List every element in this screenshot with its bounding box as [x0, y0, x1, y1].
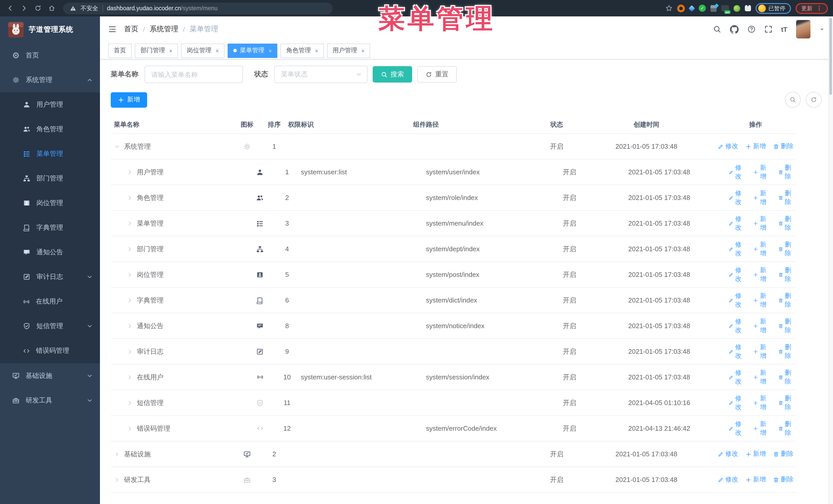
row-action-delete[interactable]: 删除	[773, 475, 793, 484]
caret-right-icon[interactable]	[127, 425, 133, 431]
caret-right-icon[interactable]	[127, 271, 133, 278]
breadcrumb-item[interactable]: 首页	[124, 25, 138, 34]
sidebar-item-12[interactable]: 错误码管理	[0, 338, 100, 363]
avatar[interactable]	[796, 20, 810, 39]
row-action-add[interactable]: 新增	[753, 163, 771, 181]
close-icon[interactable]: ×	[315, 47, 318, 54]
caret-right-icon[interactable]	[114, 451, 120, 457]
row-action-edit[interactable]: 修改	[729, 394, 746, 411]
toggle-search-button[interactable]	[785, 92, 801, 108]
scrollbar-thumb[interactable]	[829, 18, 832, 95]
tab-0[interactable]: 首页	[108, 43, 132, 58]
row-action-add[interactable]: 新增	[753, 189, 771, 207]
reload-icon[interactable]	[33, 3, 43, 13]
menu-name-input[interactable]	[145, 66, 243, 83]
row-action-delete[interactable]: 删除	[778, 189, 795, 207]
status-select[interactable]: 菜单状态	[274, 66, 367, 83]
github-icon[interactable]	[730, 25, 738, 33]
tab-1[interactable]: 部门管理×	[135, 43, 178, 58]
sidebar-item-4[interactable]: 菜单管理	[0, 142, 100, 166]
fullscreen-icon[interactable]	[764, 25, 772, 33]
chevron-down-icon[interactable]	[819, 26, 825, 32]
sidebar-item-7[interactable]: 字典管理	[0, 215, 100, 240]
row-action-add[interactable]: 新增	[753, 419, 771, 437]
tab-2[interactable]: 岗位管理×	[181, 43, 224, 58]
row-action-delete[interactable]: 删除	[778, 291, 795, 309]
row-action-edit[interactable]: 修改	[718, 142, 738, 151]
row-action-edit[interactable]: 修改	[729, 368, 746, 386]
row-action-add[interactable]: 新增	[753, 291, 771, 309]
sidebar-item-1[interactable]: 系统管理	[0, 68, 100, 92]
row-action-edit[interactable]: 修改	[729, 291, 746, 309]
caret-right-icon[interactable]	[127, 400, 133, 406]
extension-icon[interactable]	[677, 4, 685, 12]
sidebar-item-0[interactable]: 首页	[0, 43, 100, 68]
row-action-add[interactable]: 新增	[745, 475, 766, 484]
sidebar-item-5[interactable]: 部门管理	[0, 166, 100, 191]
row-action-add[interactable]: 新增	[753, 240, 771, 258]
caret-right-icon[interactable]	[114, 477, 120, 483]
caret-down-icon[interactable]	[114, 143, 120, 149]
address-bar[interactable]: 不安全 dashboard.yudao.iocoder.cn/system/me…	[63, 2, 333, 14]
row-action-delete[interactable]: 删除	[778, 317, 795, 335]
home-button-icon[interactable]	[47, 3, 57, 13]
extension-icon[interactable]	[688, 5, 695, 11]
breadcrumb-item[interactable]: 系统管理	[150, 25, 178, 34]
caret-right-icon[interactable]	[127, 169, 133, 175]
row-action-edit[interactable]: 修改	[729, 189, 746, 207]
caret-right-icon[interactable]	[127, 323, 133, 329]
row-action-delete[interactable]: 删除	[778, 266, 795, 283]
row-action-delete[interactable]: 删除	[773, 142, 793, 151]
sidebar-item-2[interactable]: 用户管理	[0, 92, 100, 117]
row-action-add[interactable]: 新增	[753, 394, 771, 411]
extension-on-icon[interactable]	[721, 5, 729, 11]
tab-5[interactable]: 用户管理×	[327, 43, 371, 58]
search-icon[interactable]	[713, 25, 721, 33]
bookmark-star-icon[interactable]	[665, 5, 672, 12]
extension-icon[interactable]: ✓	[699, 5, 706, 12]
row-action-delete[interactable]: 删除	[778, 215, 795, 232]
extension-icon[interactable]	[711, 5, 717, 11]
extensions-puzzle-icon[interactable]	[745, 5, 751, 11]
row-action-edit[interactable]: 修改	[729, 215, 746, 232]
help-icon[interactable]	[747, 25, 755, 33]
close-icon[interactable]: ×	[169, 47, 172, 54]
row-action-edit[interactable]: 修改	[718, 450, 738, 458]
row-action-add[interactable]: 新增	[753, 368, 771, 386]
row-action-edit[interactable]: 修改	[729, 266, 746, 283]
caret-right-icon[interactable]	[127, 195, 133, 201]
sidebar-item-10[interactable]: 在线用户	[0, 289, 100, 314]
row-action-edit[interactable]: 修改	[729, 343, 746, 360]
hamburger-icon[interactable]	[108, 25, 116, 33]
row-action-add[interactable]: 新增	[753, 317, 771, 335]
row-action-delete[interactable]: 删除	[778, 368, 795, 386]
caret-right-icon[interactable]	[127, 220, 133, 226]
sidebar-item-13[interactable]: 基础设施	[0, 363, 100, 388]
row-action-add[interactable]: 新增	[745, 142, 766, 151]
row-action-add[interactable]: 新增	[753, 215, 771, 232]
sidebar-item-8[interactable]: 通知公告	[0, 240, 100, 265]
refresh-table-button[interactable]	[806, 92, 822, 108]
row-action-edit[interactable]: 修改	[729, 163, 746, 181]
profile-paused-chip[interactable]: 已暂停	[756, 3, 791, 14]
tab-4[interactable]: 角色管理×	[281, 43, 324, 58]
row-action-edit[interactable]: 修改	[729, 240, 746, 258]
sidebar-item-14[interactable]: 研发工具	[0, 388, 100, 413]
search-button[interactable]: 搜索	[373, 66, 412, 82]
row-action-delete[interactable]: 删除	[778, 240, 795, 258]
sidebar-item-11[interactable]: 短信管理	[0, 314, 100, 338]
sidebar-item-9[interactable]: 审计日志	[0, 265, 100, 289]
row-action-add[interactable]: 新增	[745, 450, 766, 458]
add-button[interactable]: 新增	[111, 92, 147, 107]
close-icon[interactable]: ×	[361, 47, 365, 54]
app-logo-row[interactable]: 芋道管理系统	[0, 17, 100, 43]
extension-icon[interactable]	[734, 5, 740, 11]
row-action-delete[interactable]: 删除	[778, 163, 795, 181]
sidebar-item-6[interactable]: 岗位管理	[0, 191, 100, 215]
row-action-delete[interactable]: 删除	[778, 419, 795, 437]
caret-right-icon[interactable]	[127, 246, 133, 252]
sidebar-item-3[interactable]: 角色管理	[0, 117, 100, 142]
browser-update-button[interactable]: 更新	[795, 3, 828, 14]
caret-right-icon[interactable]	[127, 349, 133, 355]
caret-right-icon[interactable]	[127, 374, 133, 380]
